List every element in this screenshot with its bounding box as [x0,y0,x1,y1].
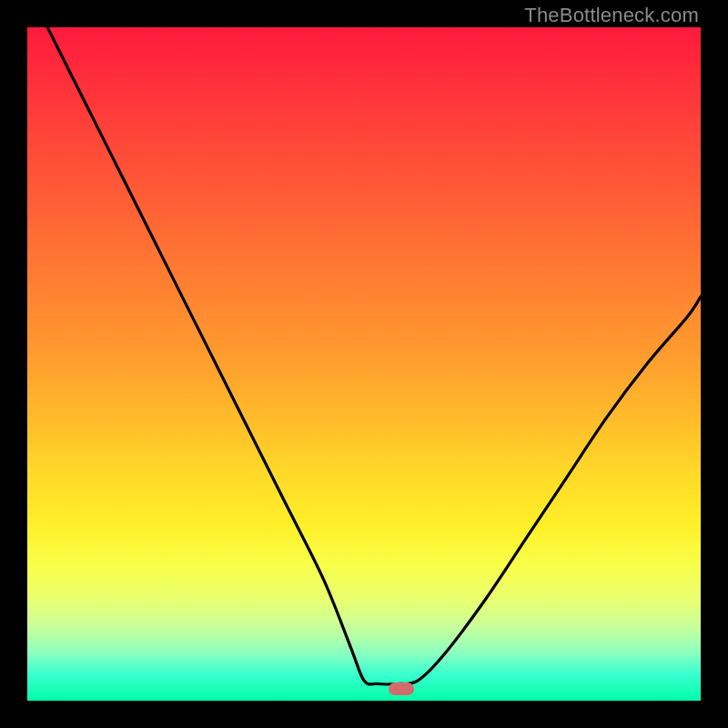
plot-area [27,27,701,701]
curve-path [47,27,701,684]
bottleneck-curve [27,27,701,701]
optimum-marker [389,682,414,695]
watermark-text: TheBottleneck.com [524,4,699,27]
chart-stage: TheBottleneck.com [0,0,728,728]
